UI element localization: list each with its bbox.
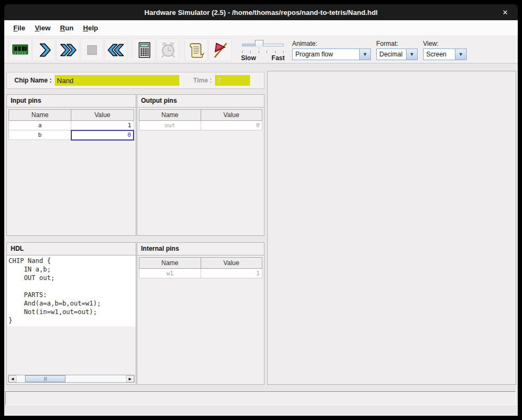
column-header-name: Name xyxy=(139,258,201,269)
pin-name: a xyxy=(9,121,71,130)
status-bar xyxy=(5,391,516,405)
format-select[interactable]: Decimal ▼ xyxy=(376,48,418,60)
animate-label: Animate: xyxy=(292,40,371,47)
scrollbar-thumb[interactable] xyxy=(25,375,65,382)
chip-icon xyxy=(11,41,29,59)
slider-fast-label: Fast xyxy=(271,54,285,62)
format-group: Format: Decimal ▼ xyxy=(376,40,418,60)
chevron-down-icon[interactable]: ▼ xyxy=(406,48,418,60)
load-chip-button[interactable] xyxy=(9,38,31,61)
view-hdl-button[interactable] xyxy=(185,38,208,61)
table-row: w1 1 xyxy=(139,269,262,278)
main-content: Chip Name : Time : Input pins Name Value… xyxy=(4,64,518,416)
speed-slider: Slow Fast xyxy=(241,39,285,63)
table-row: b 0 xyxy=(9,130,134,140)
scroll-left-icon[interactable]: ◀ xyxy=(9,375,16,382)
format-label: Format: xyxy=(376,40,418,47)
menu-help[interactable]: Help xyxy=(78,22,103,34)
animate-select[interactable]: Program flow ▼ xyxy=(292,48,371,60)
column-header-value: Value xyxy=(201,110,262,121)
table-row: out 0 xyxy=(139,121,262,130)
column-header-name: Name xyxy=(139,110,201,121)
chevron-down-icon[interactable]: ▼ xyxy=(359,48,371,60)
chevron-down-icon[interactable]: ▼ xyxy=(455,48,467,60)
input-pins-table: Name Value a 1 b 0 xyxy=(9,109,134,141)
column-header-name: Name xyxy=(9,110,71,121)
animate-value: Program flow xyxy=(292,48,359,60)
pin-value: 1 xyxy=(201,269,262,278)
window-title: Hardware Simulator (2.5) - /home/thomas/… xyxy=(144,9,377,17)
run-button[interactable] xyxy=(56,38,79,61)
chip-name-bar: Chip Name : Time : xyxy=(6,72,264,89)
input-pins-panel: Input pins Name Value a 1 b 0 xyxy=(6,94,136,236)
view-group: View: Screen ▼ xyxy=(423,40,467,60)
single-step-button[interactable] xyxy=(32,38,55,61)
stop-icon xyxy=(83,41,101,59)
menu-file[interactable]: File xyxy=(9,22,30,34)
hdl-title: HDL xyxy=(7,243,136,256)
internal-pins-panel: Internal pins Name Value w1 1 xyxy=(137,242,264,385)
menu-view[interactable]: View xyxy=(30,22,55,34)
eval-button[interactable] xyxy=(209,38,231,61)
chip-name-label: Chip Name : xyxy=(14,77,52,84)
eval-flag-icon xyxy=(211,41,229,59)
output-pins-title: Output pins xyxy=(137,95,264,108)
column-header-value: Value xyxy=(201,258,262,269)
pin-name: w1 xyxy=(139,269,201,278)
toolbar: Slow Fast Animate: Program flow ▼ Format… xyxy=(4,36,518,64)
screen-view-panel xyxy=(267,71,516,385)
close-icon[interactable]: ✕ xyxy=(502,4,508,20)
scroll-right-icon[interactable]: ▶ xyxy=(126,375,134,382)
internal-pins-table: Name Value w1 1 xyxy=(139,257,262,278)
clock-button[interactable] xyxy=(156,38,179,61)
chip-name-input[interactable] xyxy=(55,75,179,86)
slider-ticks xyxy=(242,51,284,53)
output-pins-table: Name Value out 0 xyxy=(139,109,262,130)
table-row: a 1 xyxy=(9,121,134,130)
format-value: Decimal xyxy=(376,48,406,60)
time-label: Time : xyxy=(193,77,212,84)
slider-slow-label: Slow xyxy=(241,54,256,62)
slider-thumb[interactable] xyxy=(255,40,263,49)
title-bar: Hardware Simulator (2.5) - /home/thomas/… xyxy=(4,4,518,20)
reset-button[interactable] xyxy=(104,38,127,61)
hdl-panel: HDL CHIP Nand { IN a,b; OUT out; PARTS: … xyxy=(6,242,136,385)
rewind-icon xyxy=(106,41,126,59)
pin-name: b xyxy=(9,130,71,140)
hdl-code: CHIP Nand { IN a,b; OUT out; PARTS: And(… xyxy=(7,256,136,326)
scrollbar-track[interactable] xyxy=(16,375,126,382)
script-icon xyxy=(187,41,205,59)
menu-bar: File View Run Help xyxy=(4,20,518,36)
view-select[interactable]: Screen ▼ xyxy=(423,48,467,60)
input-pins-title: Input pins xyxy=(7,95,136,108)
calculator-icon xyxy=(135,41,153,59)
internal-pins-title: Internal pins xyxy=(137,243,264,256)
menu-run[interactable]: Run xyxy=(55,22,78,34)
animate-group: Animate: Program flow ▼ xyxy=(292,40,371,60)
stop-button[interactable] xyxy=(80,38,103,61)
view-label: View: xyxy=(423,40,467,47)
pin-name: out xyxy=(139,121,201,130)
pin-value-selected[interactable]: 0 xyxy=(71,130,134,140)
clock-icon xyxy=(159,41,177,59)
pin-value: 0 xyxy=(201,121,262,130)
view-value: Screen xyxy=(423,48,455,60)
run-icon xyxy=(59,41,78,59)
calculator-button[interactable] xyxy=(132,38,155,61)
time-input xyxy=(215,75,250,86)
hdl-horizontal-scrollbar[interactable]: ◀ ▶ xyxy=(8,375,135,383)
column-header-value: Value xyxy=(71,110,134,121)
pin-value[interactable]: 1 xyxy=(71,121,134,130)
output-pins-panel: Output pins Name Value out 0 xyxy=(137,94,264,236)
single-step-icon xyxy=(35,41,53,59)
